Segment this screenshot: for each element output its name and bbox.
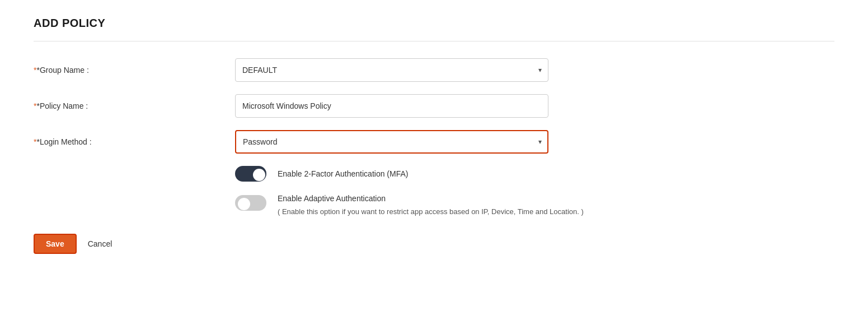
group-name-select-wrapper: DEFAULT Group A Group B ▾ [235, 58, 548, 82]
policy-name-input[interactable] [235, 94, 548, 118]
add-policy-form: **Group Name : DEFAULT Group A Group B ▾… [34, 58, 834, 254]
login-method-label: **Login Method : [34, 137, 235, 146]
group-name-select[interactable]: DEFAULT Group A Group B [235, 58, 548, 82]
adaptive-info: Enable Adaptive Authentication ( Enable … [278, 194, 584, 216]
policy-name-label: **Policy Name : [34, 101, 235, 110]
group-name-label: **Group Name : [34, 66, 235, 75]
action-row: Save Cancel [34, 234, 834, 254]
mfa-toggle-label: Enable 2-Factor Authentication (MFA) [278, 169, 408, 178]
adaptive-toggle-label: Enable Adaptive Authentication [278, 194, 584, 203]
policy-name-row: **Policy Name : [34, 94, 834, 118]
cancel-button[interactable]: Cancel [86, 235, 115, 253]
adaptive-toggle-row: Enable Adaptive Authentication ( Enable … [235, 194, 834, 216]
login-method-select[interactable]: Password OTP Passwordless [235, 130, 548, 154]
page-title: ADD POLICY [34, 17, 834, 30]
save-button[interactable]: Save [34, 234, 77, 254]
adaptive-toggle-knob [238, 198, 250, 210]
adaptive-description: ( Enable this option if you want to rest… [278, 207, 584, 216]
section-divider [34, 41, 834, 41]
page-container: ADD POLICY **Group Name : DEFAULT Group … [0, 0, 868, 315]
adaptive-toggle[interactable] [235, 195, 266, 211]
mfa-toggle-row: Enable 2-Factor Authentication (MFA) [235, 166, 834, 182]
login-method-select-wrapper: Password OTP Passwordless ▾ [235, 130, 548, 154]
adaptive-toggle-slider [235, 195, 266, 211]
mfa-toggle[interactable] [235, 166, 266, 182]
login-method-row: **Login Method : Password OTP Passwordle… [34, 130, 834, 154]
group-name-row: **Group Name : DEFAULT Group A Group B ▾ [34, 58, 834, 82]
mfa-toggle-knob [253, 169, 265, 181]
mfa-toggle-slider [235, 166, 266, 182]
